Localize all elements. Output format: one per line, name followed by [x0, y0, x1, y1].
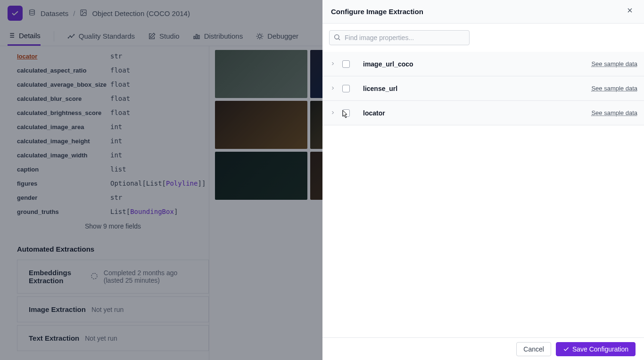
close-icon[interactable] — [624, 5, 636, 18]
property-row[interactable]: locatorSee sample data — [322, 101, 644, 125]
chevron-right-icon[interactable] — [329, 60, 337, 68]
property-row[interactable]: image_url_cocoSee sample data — [322, 52, 644, 76]
save-button-label: Save Configuration — [572, 345, 628, 353]
chevron-right-icon[interactable] — [329, 109, 337, 117]
search-icon — [333, 33, 341, 42]
configure-image-extraction-panel: Configure Image Extraction image_url_coc… — [322, 0, 644, 360]
panel-search-row — [322, 24, 644, 52]
panel-title: Configure Image Extraction — [331, 8, 423, 16]
property-name: locator — [363, 109, 586, 117]
cancel-button[interactable]: Cancel — [516, 342, 551, 356]
see-sample-data-link[interactable]: See sample data — [591, 60, 637, 67]
svg-point-20 — [335, 35, 339, 39]
property-checkbox[interactable] — [342, 85, 350, 92]
property-name: license_url — [363, 85, 586, 92]
property-name: image_url_coco — [363, 60, 586, 68]
see-sample-data-link[interactable]: See sample data — [591, 85, 637, 92]
search-input[interactable] — [329, 30, 470, 45]
chevron-right-icon[interactable] — [329, 85, 337, 92]
check-icon — [563, 346, 570, 352]
property-list: image_url_cocoSee sample datalicense_url… — [322, 52, 644, 337]
save-button[interactable]: Save Configuration — [556, 342, 636, 356]
property-checkbox[interactable] — [342, 60, 350, 68]
panel-header: Configure Image Extraction — [322, 0, 644, 24]
panel-footer: Cancel Save Configuration — [322, 337, 644, 360]
svg-line-21 — [339, 39, 340, 40]
see-sample-data-link[interactable]: See sample data — [591, 109, 637, 116]
property-row[interactable]: license_urlSee sample data — [322, 76, 644, 101]
property-checkbox[interactable] — [342, 109, 350, 117]
